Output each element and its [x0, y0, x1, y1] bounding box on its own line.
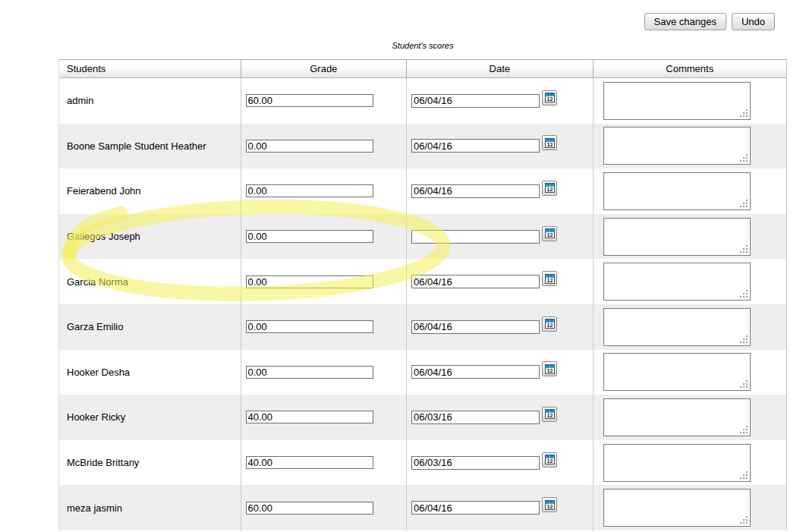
comment-textarea[interactable]: [603, 444, 751, 482]
table-header-row: Students Grade Date Comments: [59, 59, 786, 78]
grade-input[interactable]: [246, 366, 373, 379]
comment-textarea[interactable]: [603, 308, 751, 346]
grade-input[interactable]: [246, 456, 373, 469]
table-row: Garza Emilio 12: [59, 304, 786, 350]
calendar-button[interactable]: 12: [542, 271, 557, 286]
calendar-icon-number: 12: [546, 505, 553, 510]
calendar-button[interactable]: 12: [542, 226, 557, 241]
calendar-icon: 12: [545, 228, 555, 238]
date-input[interactable]: [411, 275, 540, 288]
save-changes-button[interactable]: Save changes: [644, 13, 726, 30]
column-header-date: Date: [406, 60, 592, 77]
calendar-button[interactable]: 12: [542, 316, 557, 332]
comment-field-wrap: [603, 353, 751, 391]
comment-field-wrap: [603, 127, 751, 165]
calendar-icon: 12: [545, 274, 555, 284]
calendar-icon: 12: [545, 500, 555, 510]
student-name: Garza Emilio: [67, 321, 123, 332]
date-input[interactable]: [411, 320, 540, 334]
date-input[interactable]: [411, 184, 540, 198]
calendar-icon-number: 12: [546, 369, 553, 374]
grade-input[interactable]: [246, 502, 373, 515]
table-row: Feierabend John 12: [59, 168, 786, 214]
calendar-icon-header: [546, 501, 554, 504]
student-name: McBride Brittany: [67, 457, 139, 468]
calendar-button[interactable]: 12: [542, 497, 557, 512]
student-name: Garcia Norma: [67, 276, 128, 288]
grade-input[interactable]: [246, 94, 373, 107]
comment-textarea[interactable]: [603, 82, 751, 120]
comment-textarea[interactable]: [603, 127, 751, 165]
undo-button[interactable]: Undo: [732, 13, 775, 30]
date-input[interactable]: [411, 501, 540, 515]
calendar-button[interactable]: 12: [542, 452, 557, 467]
student-name: Hooker Ricky: [67, 411, 125, 423]
table-row: meza jasmin 12: [59, 485, 786, 530]
comment-textarea[interactable]: [603, 353, 751, 391]
column-header-comments: Comments: [593, 60, 786, 77]
calendar-icon-number: 12: [546, 97, 553, 102]
table-row: Hooker Ricky 12: [59, 395, 786, 440]
column-header-students: Students: [59, 60, 241, 77]
calendar-icon: 12: [545, 319, 555, 329]
grade-input[interactable]: [246, 140, 373, 153]
calendar-icon: 12: [545, 455, 555, 464]
calendar-icon: 12: [545, 93, 555, 102]
comment-textarea[interactable]: [603, 398, 751, 436]
calendar-icon-number: 12: [546, 459, 553, 464]
grade-input[interactable]: [246, 230, 373, 243]
table-row: Gallegos Joseph 12: [59, 214, 786, 260]
scores-table: Students Grade Date Comments admin 12: [58, 59, 787, 530]
table-row: admin 12: [59, 78, 786, 124]
student-name: admin: [67, 95, 93, 106]
calendar-button[interactable]: 12: [542, 181, 557, 196]
comment-field-wrap: [603, 489, 751, 527]
student-name: Feierabend John: [67, 185, 141, 197]
calendar-icon-header: [546, 275, 554, 278]
calendar-icon: 12: [545, 409, 555, 419]
grade-entry-page: Save changes Undo Student's scores Stude…: [0, 0, 803, 532]
comment-textarea[interactable]: [603, 218, 751, 256]
table-row: Garcia Norma 12: [59, 259, 786, 304]
grade-input[interactable]: [246, 275, 373, 288]
grade-input[interactable]: [246, 320, 373, 333]
date-input[interactable]: [411, 139, 540, 153]
calendar-icon: 12: [545, 138, 555, 148]
calendar-button[interactable]: 12: [542, 90, 557, 105]
date-input[interactable]: [411, 411, 540, 424]
table-caption: Student's scores: [58, 41, 787, 50]
calendar-icon-number: 12: [546, 143, 553, 148]
comment-field-wrap: [603, 82, 751, 120]
calendar-icon-number: 12: [546, 233, 553, 238]
date-input[interactable]: [411, 230, 540, 244]
comment-field-wrap: [603, 172, 751, 210]
date-input[interactable]: [411, 94, 540, 108]
table-row: Hooker Desha 12: [59, 350, 786, 395]
comment-textarea[interactable]: [603, 263, 751, 301]
comment-textarea[interactable]: [603, 489, 751, 527]
calendar-button[interactable]: 12: [542, 407, 557, 422]
date-input[interactable]: [411, 456, 540, 470]
grade-input[interactable]: [246, 411, 373, 423]
calendar-button[interactable]: 12: [542, 135, 557, 150]
comment-field-wrap: [603, 308, 751, 346]
calendar-icon: 12: [545, 364, 555, 374]
calendar-icon-number: 12: [546, 414, 553, 419]
comment-field-wrap: [603, 444, 751, 482]
table-row: McBride Brittany 12: [59, 440, 786, 486]
comment-textarea[interactable]: [603, 172, 751, 210]
calendar-icon-number: 12: [546, 323, 553, 329]
calendar-icon-number: 12: [546, 279, 553, 284]
student-name: Hooker Desha: [67, 367, 130, 378]
toolbar: Save changes Undo: [644, 13, 775, 30]
grade-input[interactable]: [246, 184, 373, 197]
calendar-button[interactable]: 12: [542, 361, 557, 376]
comment-field-wrap: [603, 398, 751, 436]
table-row: Boone Sample Student Heather 12: [59, 124, 786, 169]
comment-field-wrap: [603, 263, 751, 301]
student-name: Gallegos Joseph: [67, 231, 140, 242]
calendar-icon-number: 12: [546, 187, 553, 193]
calendar-icon: 12: [545, 183, 555, 193]
student-name: meza jasmin: [67, 502, 122, 514]
date-input[interactable]: [411, 365, 540, 379]
